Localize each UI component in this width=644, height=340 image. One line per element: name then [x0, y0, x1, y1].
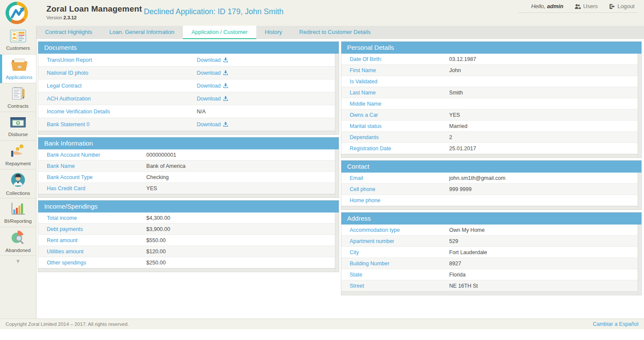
greeting: Hello, admin [531, 3, 563, 9]
wallet-money-icon [9, 116, 27, 131]
field-row: Other spendings $250.00 [38, 257, 339, 268]
users-button[interactable]: Users [574, 3, 598, 9]
app-title: Zoral Loan Management [46, 4, 142, 14]
sidebar-item-label: Customers [6, 46, 30, 51]
sidebar-item-disburse[interactable]: Disburse [0, 112, 36, 141]
sidebar-item-label: Collections [6, 191, 30, 196]
field-value: YES [449, 112, 460, 118]
field-label: City [341, 249, 450, 255]
sidebar-scroll-down-icon[interactable]: ▼ [0, 258, 36, 264]
field-value: Florida [449, 272, 465, 278]
field-label: First Name [341, 67, 450, 73]
field-value: $550.00 [146, 237, 166, 243]
tab-contract-highlights[interactable]: Contract Highlights [36, 26, 101, 39]
sidebar-item-contracts[interactable]: Contracts [0, 83, 36, 112]
sidebar-item-customers[interactable]: Customers [0, 26, 36, 55]
field-label: Registration Date [341, 146, 450, 152]
download-link[interactable]: Download [197, 83, 228, 89]
tab-history[interactable]: History [256, 26, 291, 39]
vertical-scrollbar[interactable] [638, 54, 641, 158]
field-row: Utilities amount $120.00 [38, 246, 339, 257]
field-label: Street [341, 283, 450, 289]
panel-body: Date Of Birth: 03.12.1987 First Name Joh… [341, 54, 642, 158]
horizontal-scrollbar[interactable] [38, 131, 335, 134]
left-column: Documents TransUnion Report Download Nat… [38, 41, 339, 319]
download-icon [223, 57, 228, 63]
zoral-logo-icon [6, 2, 28, 24]
field-value: 03.12.1987 [449, 56, 476, 62]
download-link[interactable]: Download [197, 57, 228, 63]
vertical-scrollbar[interactable] [335, 149, 339, 197]
field-value: Download [197, 96, 228, 102]
sidebar-item-collections[interactable]: Collections [0, 170, 36, 198]
page-title: Declined Application: ID 179, John Smith [144, 7, 283, 16]
field-value: 0000000001 [146, 152, 176, 158]
tab-application-customer[interactable]: Application / Customer [183, 26, 256, 39]
tab-loan-general-information[interactable]: Loan. General Information [101, 26, 183, 39]
horizontal-scrollbar[interactable] [38, 194, 335, 197]
field-row: Marital status Married [341, 121, 642, 132]
sidebar-item-bi-reporting[interactable]: BI/Reporting [0, 198, 36, 227]
horizontal-scrollbar[interactable] [38, 268, 335, 272]
field-label: Utilities amount [38, 249, 146, 255]
field-value: Own My Home [449, 227, 485, 233]
field-row: Accommodation type Own My Home [341, 225, 642, 236]
horizontal-scrollbar[interactable] [341, 291, 638, 295]
panel-title: Personal Details [341, 42, 642, 54]
vertical-scrollbar[interactable] [335, 54, 339, 134]
vertical-scrollbar[interactable] [638, 173, 641, 209]
panel-body: Email john.sm1th@gmail.com Cell phone 99… [341, 173, 642, 209]
field-row: Middle Name [341, 98, 642, 109]
panel-bank-information: Bank Information Bank Account Number 000… [38, 137, 339, 198]
tab-bar: Contract Highlights Loan. General Inform… [36, 26, 644, 39]
vertical-scrollbar[interactable] [335, 212, 339, 272]
app-version: Version 2.3.12 [46, 15, 142, 20]
greeting-username: admin [547, 3, 563, 9]
field-label: Dependants [341, 134, 450, 140]
field-row: National ID photo Download [38, 67, 339, 79]
field-value: Married [449, 123, 467, 129]
panel-title: Contact [341, 161, 642, 173]
version-label: Version [46, 15, 64, 20]
download-icon [223, 70, 228, 76]
field-row: TransUnion Report Download [38, 54, 339, 67]
field-row: Last Name Smith [341, 87, 642, 98]
brand-block: Zoral Loan Management Version 2.3.12 [46, 4, 142, 20]
field-label: Middle Name [341, 101, 450, 107]
field-row: Rent amount $550.00 [38, 235, 339, 246]
panel-body: Accommodation type Own My Home Apartment… [341, 225, 642, 295]
vertical-scrollbar[interactable] [638, 225, 641, 295]
field-value: NE 16TH St [449, 283, 478, 289]
sidebar-item-applications[interactable]: Applications [0, 55, 36, 83]
field-row: Date Of Birth: 03.12.1987 [341, 54, 642, 65]
field-value: $250.00 [146, 260, 166, 266]
logout-button[interactable]: Logout [609, 3, 635, 9]
sidebar-item-abandoned[interactable]: Abandoned [0, 227, 36, 256]
horizontal-scrollbar[interactable] [341, 206, 638, 209]
language-switch-link[interactable]: Cambiar a Español [593, 321, 638, 327]
field-row: Owns a Car YES [341, 109, 642, 121]
download-link[interactable]: Download [197, 121, 228, 128]
sidebar-item-repayment[interactable]: Repayment [0, 141, 36, 170]
field-row: Income Verification Details N/A [38, 105, 339, 118]
horizontal-scrollbar[interactable] [341, 154, 638, 158]
download-link[interactable]: Download [197, 96, 228, 102]
logout-label: Logout [617, 3, 635, 9]
field-label: Is Validated [341, 79, 450, 85]
right-column: Personal Details Date Of Birth: 03.12.19… [341, 41, 642, 319]
field-label: Income Verification Details [38, 109, 197, 115]
field-row: Total income $4,300.00 [38, 212, 339, 224]
download-link[interactable]: Download [197, 70, 228, 76]
sidebar-item-label: Contracts [7, 103, 28, 109]
app-header: Zoral Loan Management Version 2.3.12 Dec… [0, 0, 644, 26]
field-row: Debt payments $3,900.00 [38, 224, 339, 235]
version-value: 2.3.12 [64, 15, 77, 20]
field-value: 529 [449, 238, 458, 244]
field-label: Rent amount [38, 237, 146, 243]
panel-title: Address [341, 212, 642, 225]
panel-income-spendings: Income/Spendings Total income $4,300.00 … [38, 200, 339, 272]
field-row: Street NE 16TH St [341, 280, 642, 291]
tab-redirect-to-customer-details[interactable]: Redirect to Customer Details [291, 26, 379, 39]
download-icon [223, 121, 228, 127]
panel-documents: Documents TransUnion Report Download Nat… [38, 41, 339, 135]
